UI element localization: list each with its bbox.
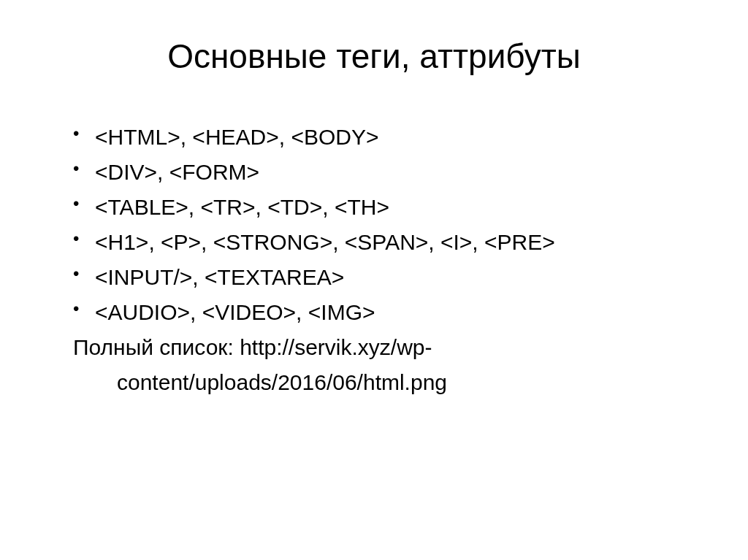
list-item: <HTML>, <HEAD>, <BODY>	[73, 120, 704, 155]
list-item: <DIV>, <FORM>	[73, 155, 704, 190]
list-item: <TABLE>, <TR>, <TD>, <TH>	[73, 190, 704, 225]
slide-title: Основные теги, аттрибуты	[44, 37, 704, 76]
bullet-list: <HTML>, <HEAD>, <BODY> <DIV>, <FORM> <TA…	[73, 120, 704, 330]
footer-text-line1: Полный список: http://servik.xyz/wp-	[73, 330, 704, 365]
list-item: <AUDIO>, <VIDEO>, <IMG>	[73, 295, 704, 330]
list-item: <INPUT/>, <TEXTAREA>	[73, 260, 704, 295]
slide-content: <HTML>, <HEAD>, <BODY> <DIV>, <FORM> <TA…	[44, 120, 704, 400]
footer-text-line2: content/uploads/2016/06/html.png	[73, 365, 704, 400]
list-item: <H1>, <P>, <STRONG>, <SPAN>, <I>, <PRE>	[73, 225, 704, 260]
